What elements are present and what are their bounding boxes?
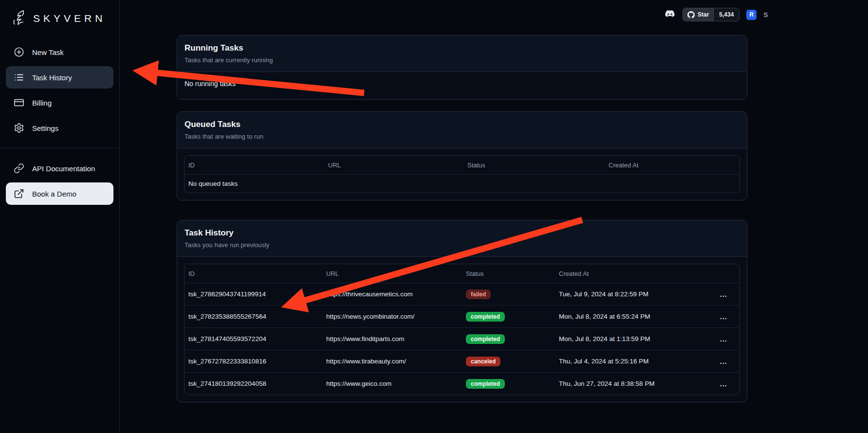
skyvern-dragon-icon: [9, 9, 28, 28]
column-header-id: ID: [185, 162, 324, 169]
column-header-url: URL: [324, 162, 463, 169]
table-row[interactable]: tsk_276727822333810816 https://www.tirab…: [185, 350, 739, 372]
queued-tasks-empty-row: No queued tasks: [185, 174, 739, 193]
sidebar-item-api-documentation[interactable]: API Documentation: [6, 157, 113, 180]
github-star-count: 5,434: [713, 8, 739, 21]
sidebar-item-label: Book a Demo: [32, 190, 76, 198]
sidebar-divider: [0, 148, 119, 148]
queued-tasks-card: Queued Tasks Tasks that are waiting to r…: [177, 111, 747, 200]
status-badge: completed: [466, 312, 505, 322]
card-subtitle: Tasks that are waiting to run: [185, 133, 739, 140]
status-badge: failed: [466, 289, 491, 299]
queued-tasks-header: Queued Tasks Tasks that are waiting to r…: [177, 112, 747, 148]
sidebar-item-billing[interactable]: Billing: [6, 91, 113, 114]
empty-state: No queued tasks: [185, 180, 739, 187]
discord-icon[interactable]: [663, 10, 676, 19]
row-actions-button[interactable]: ...: [716, 334, 731, 344]
card-title: Task History: [185, 228, 739, 238]
status-badge: completed: [466, 379, 505, 389]
task-created-cell: Thu, Jun 27, 2024 at 8:38:58 PM: [555, 380, 712, 387]
github-icon: [687, 11, 695, 18]
running-tasks-card: Running Tasks Tasks that are currently r…: [177, 35, 747, 100]
credit-card-icon: [14, 97, 24, 108]
row-actions-button[interactable]: ...: [716, 379, 731, 389]
sidebar-item-task-history[interactable]: Task History: [6, 66, 113, 89]
task-url-cell: https://www.tirabeauty.com/: [322, 358, 462, 365]
task-history-table: ID URL Status Created At tsk_27862904374…: [184, 264, 740, 395]
sidebar-item-label: Settings: [32, 124, 58, 132]
github-star-button[interactable]: Star 5,434: [683, 8, 739, 21]
status-badge: completed: [466, 334, 505, 344]
column-header-status: Status: [462, 270, 555, 277]
sidebar-item-label: Task History: [32, 73, 72, 82]
column-header-url: URL: [322, 270, 462, 277]
queued-tasks-table: ID URL Status Created At No queued tasks: [184, 155, 740, 193]
user-name-partial: S: [763, 11, 768, 18]
row-actions-button[interactable]: ...: [716, 357, 731, 366]
card-subtitle: Tasks that are currently running: [185, 56, 739, 64]
sidebar-item-book-a-demo[interactable]: Book a Demo: [6, 182, 113, 205]
plus-circle-icon: [14, 47, 24, 57]
task-url-cell: https://thrivecausemetics.com: [322, 290, 462, 298]
list-icon: [14, 72, 24, 83]
column-header-status: Status: [463, 162, 605, 169]
task-id-cell: tsk_278235388555267564: [185, 313, 322, 320]
task-created-cell: Tue, Jul 9, 2024 at 8:22:59 PM: [555, 290, 712, 298]
table-header-row: ID URL Status Created At: [185, 156, 739, 174]
task-created-cell: Mon, Jul 8, 2024 at 1:13:59 PM: [555, 335, 712, 343]
task-history-header: Task History Tasks you have run previous…: [177, 220, 747, 257]
task-url-cell: https://news.ycombinator.com/: [322, 313, 462, 320]
sidebar-item-label: Billing: [32, 99, 52, 107]
topbar: Star 5,434 R S: [663, 7, 768, 22]
status-badge: canceled: [466, 357, 500, 366]
task-created-cell: Thu, Jul 4, 2024 at 5:25:16 PM: [555, 358, 712, 365]
external-link-icon: [14, 188, 24, 199]
main-content: Running Tasks Tasks that are currently r…: [177, 35, 747, 414]
card-title: Running Tasks: [185, 43, 739, 53]
sidebar: SKYVERN New Task Task History Billing Se…: [0, 0, 120, 433]
brand-logo: SKYVERN: [6, 7, 113, 41]
sidebar-item-label: New Task: [32, 48, 64, 56]
link-icon: [14, 163, 24, 174]
gear-icon: [14, 123, 24, 133]
task-history-card: Task History Tasks you have run previous…: [177, 220, 747, 402]
task-id-cell: tsk_274180139292204058: [185, 380, 322, 387]
column-header-created-at: Created At: [605, 162, 739, 169]
column-header-created-at: Created At: [555, 270, 712, 277]
table-row[interactable]: tsk_278235388555267564 https://news.ycom…: [185, 305, 739, 327]
sidebar-item-settings[interactable]: Settings: [6, 117, 113, 139]
brand-name: SKYVERN: [33, 13, 106, 24]
task-id-cell: tsk_278147405593572204: [185, 335, 322, 343]
table-row[interactable]: tsk_278147405593572204 https://www.findi…: [185, 327, 739, 350]
sidebar-item-label: API Documentation: [32, 164, 95, 173]
table-header-row: ID URL Status Created At: [185, 264, 739, 283]
card-subtitle: Tasks you have run previously: [185, 241, 739, 249]
github-star-label: Star: [698, 11, 709, 18]
user-avatar[interactable]: R: [746, 10, 757, 20]
task-id-cell: tsk_278629043741199914: [185, 290, 322, 298]
task-created-cell: Mon, Jul 8, 2024 at 6:55:24 PM: [555, 313, 712, 320]
row-actions-button[interactable]: ...: [716, 312, 731, 322]
running-tasks-empty-state: No running tasks: [177, 72, 747, 99]
card-title: Queued Tasks: [185, 120, 739, 129]
task-url-cell: https://www.geico.com: [322, 380, 462, 387]
table-row[interactable]: tsk_274180139292204058 https://www.geico…: [185, 372, 739, 395]
column-header-id: ID: [185, 270, 322, 277]
task-url-cell: https://www.finditparts.com: [322, 335, 462, 343]
table-row[interactable]: tsk_278629043741199914 https://thrivecau…: [185, 283, 739, 305]
task-id-cell: tsk_276727822333810816: [185, 358, 322, 365]
sidebar-item-new-task[interactable]: New Task: [6, 41, 113, 63]
running-tasks-header: Running Tasks Tasks that are currently r…: [177, 36, 747, 72]
row-actions-button[interactable]: ...: [716, 289, 731, 299]
